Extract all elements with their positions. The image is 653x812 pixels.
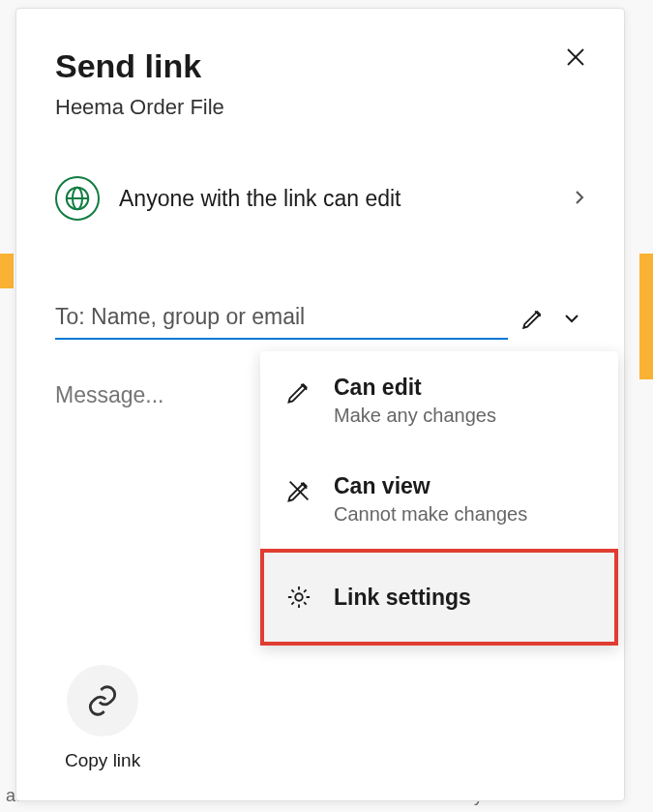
permission-option-desc: Make any changes (334, 405, 593, 427)
permission-option-desc: Cannot make changes (334, 503, 593, 526)
globe-icon (55, 176, 100, 221)
chevron-right-icon (574, 188, 585, 210)
copy-link-label: Copy link (65, 750, 140, 771)
dialog-subtitle: Heema Order File (55, 95, 585, 120)
permission-option-can-view[interactable]: Can view Cannot make changes (260, 450, 618, 549)
copy-link-button[interactable]: Copy link (65, 665, 140, 771)
send-link-dialog: Send link Heema Order File Anyone with t… (15, 8, 625, 801)
close-icon (564, 45, 587, 69)
pencil-icon (520, 306, 546, 331)
link-scope-row[interactable]: Anyone with the link can edit (55, 176, 585, 221)
dialog-title: Send link (55, 47, 585, 85)
permission-dropdown: Can edit Make any changes Can view Canno… (260, 351, 618, 646)
pencil-slash-icon (285, 477, 312, 504)
permission-option-title: Can edit (334, 375, 593, 401)
permission-option-can-edit[interactable]: Can edit Make any changes (260, 351, 618, 450)
message-input[interactable] (55, 382, 249, 408)
gear-icon (285, 584, 312, 611)
chevron-down-icon (562, 309, 581, 328)
recipient-input[interactable] (55, 296, 508, 340)
svg-point-9 (295, 593, 302, 600)
permission-option-title: Link settings (334, 585, 593, 611)
link-icon (84, 682, 121, 719)
permission-dropdown-button[interactable] (558, 305, 585, 332)
close-button[interactable] (560, 42, 591, 73)
permission-option-title: Can view (334, 473, 593, 499)
permission-option-link-settings[interactable]: Link settings (260, 549, 618, 646)
edit-permission-button[interactable] (519, 305, 547, 332)
link-scope-text: Anyone with the link can edit (119, 186, 562, 212)
pencil-icon (285, 378, 312, 406)
